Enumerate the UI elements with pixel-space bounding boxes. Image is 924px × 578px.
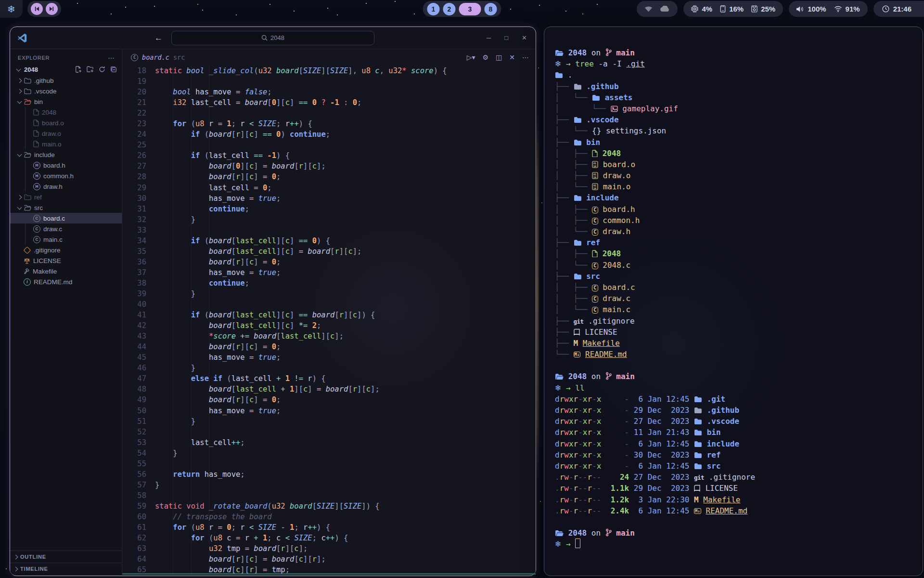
maximize-button[interactable]: □ bbox=[504, 34, 508, 41]
terminal-line: ❄ → tree -a -I .git bbox=[555, 58, 918, 69]
code-editor[interactable]: 18static bool _slide_col(u32 board[SIZE]… bbox=[122, 66, 536, 575]
split-editor-button[interactable]: ◫ bbox=[496, 53, 502, 61]
chevron-right-icon bbox=[13, 566, 18, 571]
dir-open-icon bbox=[555, 371, 564, 382]
media-next-button[interactable] bbox=[46, 3, 58, 15]
nix-launcher-button[interactable]: ❄ bbox=[0, 0, 23, 18]
branch-icon bbox=[605, 371, 612, 382]
explorer-item-main.o[interactable]: main.o bbox=[10, 139, 122, 149]
explorer-item-.github[interactable]: .github bbox=[10, 75, 122, 86]
item-label: draw.h bbox=[43, 183, 63, 190]
wifi-stat[interactable]: 91% bbox=[834, 5, 860, 13]
clock[interactable]: 21:46 bbox=[873, 1, 924, 17]
tab-board-c[interactable]: C board.c src bbox=[125, 49, 191, 66]
code-line: 57} bbox=[122, 480, 536, 490]
explorer-item-ref[interactable]: ref bbox=[10, 192, 122, 202]
workspace-3[interactable]: 3 bbox=[459, 3, 481, 15]
terminal-line: 2048 on main bbox=[555, 47, 918, 58]
workspace-2[interactable]: 2 bbox=[443, 3, 456, 15]
dir-open-icon bbox=[555, 527, 564, 539]
dir-icon bbox=[694, 449, 702, 460]
code-line: 26 if (last_cell == -1) { bbox=[122, 150, 536, 161]
cloud-tray-icon[interactable] bbox=[659, 6, 670, 12]
explorer-item-common.h[interactable]: Hcommon.h bbox=[10, 171, 122, 181]
code-line: 27 board[0][c] = board[r][c]; bbox=[122, 161, 536, 171]
minimize-button[interactable]: ─ bbox=[487, 34, 491, 41]
explorer-item-2048[interactable]: 2048 bbox=[10, 107, 122, 118]
chevron-spacer bbox=[18, 259, 21, 262]
explorer-item-board.o[interactable]: board.o bbox=[10, 118, 122, 128]
git-t-icon: git bbox=[694, 472, 704, 483]
terminal-window[interactable]: 2048 on main❄ → tree -a -I .git .├── .gi… bbox=[544, 26, 923, 576]
command-center-search[interactable]: 2048 bbox=[171, 31, 374, 45]
code-line: 58 bbox=[122, 490, 536, 501]
new-folder-button[interactable] bbox=[87, 66, 94, 73]
snowflake-icon: ❄ bbox=[7, 3, 15, 15]
settings-button[interactable]: ⚙ bbox=[482, 53, 488, 61]
more-actions-button[interactable]: ⋯ bbox=[522, 53, 529, 61]
explorer-item-.vscode[interactable]: .vscode bbox=[10, 86, 122, 96]
bin-f-icon: 0110 bbox=[592, 181, 598, 192]
refresh-button[interactable] bbox=[99, 66, 105, 73]
explorer-item-src[interactable]: src bbox=[10, 202, 122, 213]
ring-h-icon: H bbox=[33, 162, 40, 169]
c-y-icon: C bbox=[592, 282, 598, 293]
svg-text:10: 10 bbox=[593, 164, 596, 167]
terminal-line: ├── .vscode bbox=[555, 114, 918, 125]
close-editor-button[interactable]: ✕ bbox=[509, 53, 515, 61]
explorer-root-folder[interactable]: 2048 bbox=[10, 64, 122, 75]
timeline-panel[interactable]: TIMELINE bbox=[10, 563, 122, 575]
terminal-line: drwxr-xr-x - 6 Jan 12:45 .git bbox=[555, 394, 918, 405]
scales-icon bbox=[24, 258, 30, 264]
chevron-spacer bbox=[27, 217, 30, 220]
horizontal-scrollbar[interactable] bbox=[122, 573, 536, 575]
code-line: 53 last_cell++; bbox=[122, 437, 536, 448]
terminal-line: ├── src bbox=[555, 271, 918, 282]
dir-icon bbox=[574, 137, 582, 148]
back-button[interactable]: ← bbox=[154, 33, 163, 43]
item-label: LICENSE bbox=[33, 257, 61, 264]
workspace-8[interactable]: 8 bbox=[485, 3, 497, 15]
explorer-item-main.c[interactable]: Cmain.c bbox=[10, 234, 122, 245]
media-previous-button[interactable] bbox=[31, 3, 43, 15]
new-file-button[interactable] bbox=[75, 66, 82, 73]
workspace-1[interactable]: 1 bbox=[427, 3, 440, 15]
cpu-stat: 4% bbox=[691, 5, 712, 13]
volume-stat[interactable]: 100% bbox=[796, 5, 826, 13]
code-line: 24 if (board[r][c] == 0) continue; bbox=[122, 129, 536, 140]
explorer-item-LICENSE[interactable]: LICENSE bbox=[10, 255, 122, 266]
wifi-tray-icon[interactable] bbox=[644, 6, 653, 12]
close-button[interactable]: ✕ bbox=[522, 34, 527, 41]
explorer-item-bin[interactable]: bin bbox=[10, 96, 122, 107]
explorer-item-draw.o[interactable]: draw.o bbox=[10, 128, 122, 139]
item-label: draw.o bbox=[42, 130, 61, 137]
explorer-item-draw.h[interactable]: Hdraw.h bbox=[10, 181, 122, 192]
file-g-icon bbox=[592, 148, 598, 159]
vscode-titlebar[interactable]: ← → 2048 ─ □ ✕ bbox=[10, 27, 536, 49]
folder-open-icon bbox=[24, 152, 31, 158]
explorer-item-README.md[interactable]: iREADME.md bbox=[10, 276, 122, 287]
explorer-item-board.h[interactable]: Hboard.h bbox=[10, 160, 122, 171]
ring-c-icon: C bbox=[33, 215, 40, 222]
vscode-window[interactable]: ← → 2048 ─ □ ✕ EXPLORER ⋯ 2048 bbox=[10, 26, 536, 576]
file-icon bbox=[33, 119, 39, 126]
dir-gear-icon bbox=[574, 192, 582, 203]
skip-back-icon bbox=[34, 6, 39, 12]
code-line: 34 if (board[last_cell][c] == 0) { bbox=[122, 236, 536, 246]
code-line: 62 for (u8 c = r + 1; c < SIZE; c++) { bbox=[122, 533, 536, 543]
terminal-line: ├── .github bbox=[555, 81, 918, 92]
sidebar-panels: OUTLINE TIMELINE bbox=[10, 551, 122, 575]
outline-panel[interactable]: OUTLINE bbox=[10, 551, 122, 563]
explorer-item-.gitignore[interactable]: .gitignore bbox=[10, 245, 122, 255]
dir-github-icon bbox=[574, 81, 582, 92]
explorer-item-board.c[interactable]: Cboard.c bbox=[10, 213, 122, 223]
explorer-item-include[interactable]: include bbox=[10, 149, 122, 160]
audio-network: 100% 91% bbox=[789, 1, 867, 17]
chevron-spacer bbox=[18, 270, 21, 273]
explorer-item-draw.c[interactable]: Cdraw.c bbox=[10, 223, 122, 234]
explorer-menu-button[interactable]: ⋯ bbox=[108, 54, 115, 62]
collapse-folders-button[interactable] bbox=[110, 66, 117, 73]
explorer-item-Makefile[interactable]: Makefile bbox=[10, 266, 122, 276]
chevron-spacer bbox=[27, 238, 30, 241]
run-button[interactable]: ▷▾ bbox=[467, 53, 475, 61]
